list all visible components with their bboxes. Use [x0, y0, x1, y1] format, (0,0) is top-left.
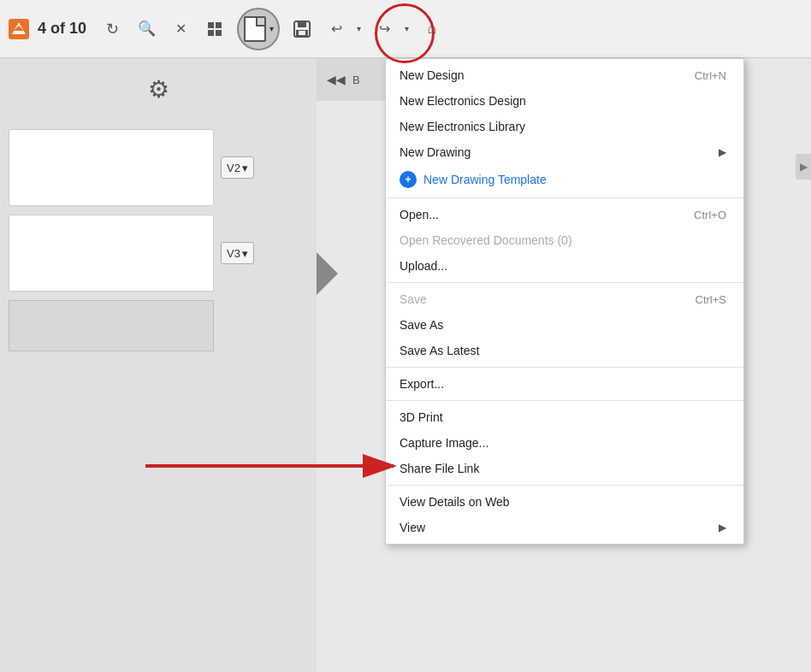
- menu-item-new-electronics-design[interactable]: New Electronics Design: [386, 88, 743, 114]
- search-button[interactable]: 🔍: [131, 14, 162, 44]
- panel-3: [9, 300, 214, 351]
- menu-label-share-file-link: Share File Link: [400, 462, 479, 475]
- redo-dropdown-button[interactable]: ▾: [400, 14, 413, 44]
- menu-item-left-upload: Upload...: [400, 259, 447, 273]
- sidebar-panels: V2 ▾ V3 ▾: [0, 121, 317, 360]
- menu-separator-sep2: [386, 282, 743, 283]
- refresh-button[interactable]: ↻: [97, 14, 127, 44]
- toolbar: 4 of 10 ↻ 🔍 ✕ ▾ ↩ ▾ ↪: [0, 0, 811, 58]
- menu-right-open: Ctrl+O: [694, 209, 726, 221]
- menu-label-capture-image: Capture Image...: [400, 436, 488, 450]
- menu-item-share-file-link[interactable]: Share File Link: [386, 456, 743, 481]
- menu-separator-sep4: [386, 400, 743, 401]
- new-dropdown-arrow: ▾: [269, 24, 274, 33]
- page-count: 4 of 10: [38, 20, 86, 38]
- menu-item-left-new-drawing: New Drawing: [400, 145, 471, 159]
- undo-group: ↩ ▾: [321, 14, 365, 44]
- menu-item-export[interactable]: Export...: [386, 371, 743, 397]
- menu-label-new-electronics-design: New Electronics Design: [400, 94, 526, 108]
- menu-item-view-details[interactable]: View Details on Web: [386, 489, 743, 515]
- undo-dropdown-button[interactable]: ▾: [352, 14, 365, 44]
- menu-separator-sep1: [386, 197, 743, 198]
- back-area: ◀◀ B: [317, 58, 394, 101]
- menu-right-save: Ctrl+S: [696, 293, 726, 306]
- menu-icon-new-drawing-template: +: [400, 171, 417, 188]
- menu-label-new-drawing: New Drawing: [400, 145, 471, 159]
- app-logo: [7, 17, 31, 41]
- menu-item-left-save-as-latest: Save As Latest: [400, 344, 479, 357]
- menu-item-left-new-design: New Design: [400, 68, 464, 82]
- menu-item-left-new-electronics-design: New Electronics Design: [400, 94, 526, 108]
- menu-item-open-recovered: Open Recovered Documents (0): [386, 227, 743, 253]
- menu-label-open: Open...: [400, 208, 439, 221]
- menu-right-new-drawing: ▶: [719, 146, 726, 158]
- menu-separator-sep5: [386, 485, 743, 486]
- menu-label-open-recovered: Open Recovered Documents (0): [400, 233, 572, 247]
- right-arrow-icon: ▶: [800, 161, 808, 173]
- menu-item-new-drawing[interactable]: New Drawing▶: [386, 139, 743, 165]
- close-button[interactable]: ✕: [165, 14, 196, 44]
- menu-item-left-capture-image: Capture Image...: [400, 436, 488, 450]
- panel-1: [9, 129, 214, 206]
- menu-arrow-new-drawing: ▶: [719, 146, 726, 158]
- menu-label-new-design: New Design: [400, 68, 464, 82]
- gear-icon: ⚙: [148, 75, 169, 103]
- right-scroll-indicator[interactable]: ▶: [796, 154, 811, 180]
- redo-group: ↪ ▾: [369, 14, 413, 44]
- menu-label-new-drawing-template: New Drawing Template: [423, 173, 547, 186]
- menu-item-left-save: Save: [400, 292, 427, 306]
- menu-right-new-design: Ctrl+N: [695, 69, 726, 82]
- version-label-1: V2: [227, 162, 240, 174]
- menu-item-left-open: Open...: [400, 208, 439, 221]
- menu-label-view: View: [400, 521, 425, 534]
- menu-separator-sep3: [386, 367, 743, 368]
- new-doc-icon: [244, 16, 266, 42]
- version-selector-2[interactable]: V3 ▾: [221, 242, 254, 264]
- menu-arrow-view: ▶: [719, 522, 726, 533]
- save-button[interactable]: [287, 14, 317, 44]
- menu-shortcut-save: Ctrl+S: [696, 293, 726, 306]
- menu-shortcut-open: Ctrl+O: [694, 209, 726, 221]
- svg-rect-4: [216, 30, 222, 36]
- grid-button[interactable]: [199, 14, 230, 44]
- menu-item-save-as-latest[interactable]: Save As Latest: [386, 338, 743, 363]
- menu-item-view[interactable]: View▶: [386, 515, 743, 540]
- menu-label-new-electronics-library: New Electronics Library: [400, 120, 525, 133]
- home-button[interactable]: ⌂: [417, 14, 447, 44]
- panel-row-1: V2 ▾: [9, 129, 308, 206]
- version-selector-1[interactable]: V2 ▾: [221, 156, 254, 179]
- menu-item-new-design[interactable]: New DesignCtrl+N: [386, 62, 743, 88]
- new-button-wrapper: ▾: [237, 8, 280, 50]
- menu-label-view-details: View Details on Web: [400, 495, 510, 509]
- menu-label-save-as-latest: Save As Latest: [400, 344, 479, 357]
- svg-rect-2: [216, 22, 222, 28]
- menu-item-left-export: Export...: [400, 377, 444, 391]
- menu-item-new-electronics-library[interactable]: New Electronics Library: [386, 114, 743, 139]
- panel-row-2: V3 ▾: [9, 215, 308, 292]
- menu-item-left-open-recovered: Open Recovered Documents (0): [400, 233, 572, 247]
- back-button[interactable]: ◀◀: [323, 69, 349, 90]
- redo-button[interactable]: ↪: [369, 14, 400, 44]
- menu-shortcut-new-design: Ctrl+N: [695, 69, 726, 82]
- menu-label-3d-print: 3D Print: [400, 410, 443, 424]
- menu-item-left-3d-print: 3D Print: [400, 410, 443, 424]
- menu-item-save-as[interactable]: Save As: [386, 312, 743, 338]
- menu-item-3d-print[interactable]: 3D Print: [386, 404, 743, 430]
- menu-item-upload[interactable]: Upload...: [386, 253, 743, 279]
- new-button[interactable]: ▾: [237, 8, 280, 50]
- svg-rect-6: [298, 21, 306, 27]
- menu-item-new-drawing-template[interactable]: +New Drawing Template: [386, 165, 743, 194]
- version-dropdown-arrow-2: ▾: [242, 247, 248, 260]
- undo-button[interactable]: ↩: [321, 14, 352, 44]
- sidebar: ⚙ V2 ▾ V3 ▾: [0, 58, 317, 672]
- menu-item-left-new-electronics-library: New Electronics Library: [400, 120, 525, 133]
- menu-item-left-view: View: [400, 521, 425, 534]
- svg-rect-8: [299, 31, 305, 35]
- menu-item-left-share-file-link: Share File Link: [400, 462, 479, 475]
- menu-item-left-save-as: Save As: [400, 318, 443, 332]
- menu-item-open[interactable]: Open...Ctrl+O: [386, 202, 743, 227]
- menu-label-save: Save: [400, 292, 427, 306]
- menu-label-export: Export...: [400, 377, 444, 391]
- menu-item-capture-image[interactable]: Capture Image...: [386, 430, 743, 456]
- panel-2: [9, 215, 214, 292]
